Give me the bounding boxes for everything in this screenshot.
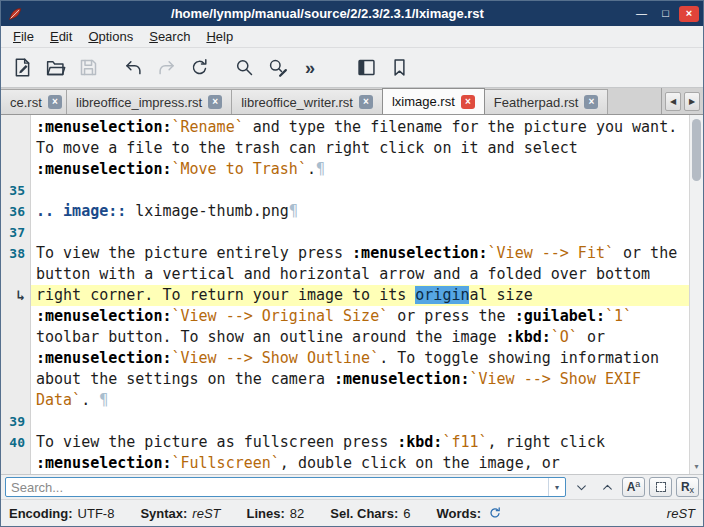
- minimize-button[interactable]: —: [631, 5, 652, 22]
- line-number: [1, 117, 30, 138]
- code-row[interactable]: right corner. To return your image to it…: [31, 285, 689, 306]
- code-row[interactable]: :menuselection:`View --> Show Outline`. …: [31, 348, 689, 369]
- code-token-pilcrow: ¶: [316, 160, 325, 178]
- code-row[interactable]: button with a vertical and horizontal ar…: [31, 264, 689, 285]
- save-icon: [78, 57, 99, 78]
- window-title: /home/lynmp/manual/source/2/2.3/2.3.1/lx…: [24, 6, 631, 21]
- tab-ce-rst[interactable]: ce.rst×: [1, 89, 67, 114]
- tab-lximage-rst[interactable]: lximage.rst×: [382, 88, 485, 114]
- search-bar: ▾ AaRx: [1, 474, 703, 499]
- code-token-plain: To view the picture as fullscreen press: [36, 433, 397, 451]
- tab-scroll-left-button[interactable]: ◀: [665, 92, 681, 111]
- code-row[interactable]: toolbar button. To show an outline aroun…: [31, 327, 689, 348]
- code-token-plain: and type the filename for the picture yo…: [244, 118, 677, 136]
- save-button: [73, 53, 103, 83]
- regex-button[interactable]: Rx: [676, 477, 699, 497]
- undo-button[interactable]: [118, 53, 148, 83]
- find-previous-button[interactable]: [596, 477, 618, 497]
- find-next-button[interactable]: [570, 477, 592, 497]
- code-token-role: :menuselection:: [36, 118, 171, 136]
- line-number: [1, 369, 30, 390]
- menu-search[interactable]: Search: [141, 27, 198, 46]
- word-count-refresh-button[interactable]: [488, 506, 502, 520]
- code-token-plain: toolbar button. To show an outline aroun…: [36, 328, 506, 346]
- search-button[interactable]: [229, 53, 259, 83]
- code-token-lit: Data`: [36, 391, 81, 409]
- search-history-dropdown[interactable]: ▾: [548, 478, 565, 496]
- code-row[interactable]: To view the picture entirely press :menu…: [31, 243, 689, 264]
- status-encoding: Encoding:UTF-8: [9, 506, 114, 521]
- code-token-lit: `Rename`: [171, 118, 243, 136]
- code-row[interactable]: :menuselection:`Fullscreen`, double clic…: [31, 453, 689, 474]
- code-token-plain: or the: [614, 244, 677, 262]
- line-number: 37: [1, 222, 30, 243]
- menu-file[interactable]: File: [5, 27, 42, 46]
- bookmark-button[interactable]: [384, 53, 414, 83]
- code-row[interactable]: :menuselection:`View --> Original Size` …: [31, 306, 689, 327]
- status-lines: Lines:82: [247, 506, 305, 521]
- tab-scroll-right-button[interactable]: ▶: [684, 92, 700, 111]
- chevron-up-icon: [601, 481, 614, 494]
- code-token-lit: `f11`: [442, 433, 487, 451]
- status-selchars: Sel. Chars:6: [330, 506, 410, 521]
- redo-icon: [156, 57, 177, 78]
- tab-featherpad-rst[interactable]: Featherpad.rst×: [484, 89, 609, 114]
- status-words: Words:: [436, 506, 502, 521]
- match-case-button[interactable]: Aa: [622, 477, 645, 497]
- code-row[interactable]: about the settings on the camera :menuse…: [31, 369, 689, 390]
- tab-bar: ce.rst×libreoffice_impress.rst×libreoffi…: [1, 88, 703, 115]
- line-number: 35: [1, 180, 30, 201]
- chevron-down-icon: [575, 481, 588, 494]
- menu-help[interactable]: Help: [198, 27, 241, 46]
- reload-icon: [189, 57, 210, 78]
- tab-close-icon[interactable]: ×: [584, 95, 598, 109]
- find-replace-button[interactable]: [262, 53, 292, 83]
- side-pane-button[interactable]: [351, 53, 381, 83]
- side-pane-icon: [356, 57, 377, 78]
- line-number: [1, 327, 30, 348]
- tab-close-icon[interactable]: ×: [208, 95, 222, 109]
- code-token-dir: .. image::: [36, 202, 126, 220]
- menu-options[interactable]: Options: [80, 27, 141, 46]
- code-area[interactable]: :menuselection:`Rename` and type the fil…: [31, 115, 689, 474]
- code-token-role: :menuselection:: [36, 160, 171, 178]
- code-row[interactable]: :menuselection:`Move to Trash`.¶: [31, 159, 689, 180]
- code-row[interactable]: [31, 222, 689, 243]
- code-row[interactable]: [31, 180, 689, 201]
- tab-close-icon[interactable]: ×: [48, 95, 62, 109]
- code-token-lit: `O`: [551, 328, 578, 346]
- search-input[interactable]: [6, 480, 548, 495]
- gutter: 35363738↳3940: [1, 115, 31, 474]
- tab-libreoffice-impress-rst[interactable]: libreoffice_impress.rst×: [66, 89, 232, 114]
- close-button[interactable]: ×: [679, 6, 699, 22]
- code-row[interactable]: To view the picture as fullscreen press …: [31, 432, 689, 453]
- find-replace-icon: [267, 57, 288, 78]
- toolbar-overflow-button[interactable]: »: [295, 53, 325, 83]
- whole-word-button[interactable]: [649, 477, 672, 497]
- code-row[interactable]: To move a file to the trash can right cl…: [31, 138, 689, 159]
- open-folder-button[interactable]: [40, 53, 70, 83]
- search-controls: AaRx: [570, 477, 699, 497]
- code-token-plain: .: [307, 160, 316, 178]
- maximize-button[interactable]: □: [655, 5, 676, 22]
- tab-libreoffice-writer-rst[interactable]: libreoffice_writer.rst×: [231, 89, 383, 114]
- new-document-button[interactable]: [7, 53, 37, 83]
- line-number: 39: [1, 411, 30, 432]
- code-row[interactable]: :menuselection:`Rename` and type the fil…: [31, 117, 689, 138]
- code-token-lit: `View --> Original Size`: [171, 307, 388, 325]
- scrollbar-handle[interactable]: [692, 119, 701, 181]
- code-token-plain: , right click: [488, 433, 605, 451]
- vertical-scrollbar[interactable]: ▾: [689, 115, 703, 474]
- tab-close-icon[interactable]: ×: [359, 95, 373, 109]
- code-row[interactable]: .. image:: lximage-thumb.png¶: [31, 201, 689, 222]
- window-controls: —□×: [631, 5, 703, 22]
- menu-edit[interactable]: Edit: [42, 27, 80, 46]
- code-token-plain: button with a vertical and horizontal ar…: [36, 265, 650, 283]
- line-number: [1, 453, 30, 474]
- tab-close-icon[interactable]: ×: [461, 95, 475, 109]
- code-row[interactable]: Data`. ¶: [31, 390, 689, 411]
- code-row[interactable]: [31, 411, 689, 432]
- tab-label: lximage.rst: [392, 94, 455, 109]
- reload-button[interactable]: [184, 53, 214, 83]
- scrollbar-down-arrow[interactable]: ▾: [690, 459, 703, 473]
